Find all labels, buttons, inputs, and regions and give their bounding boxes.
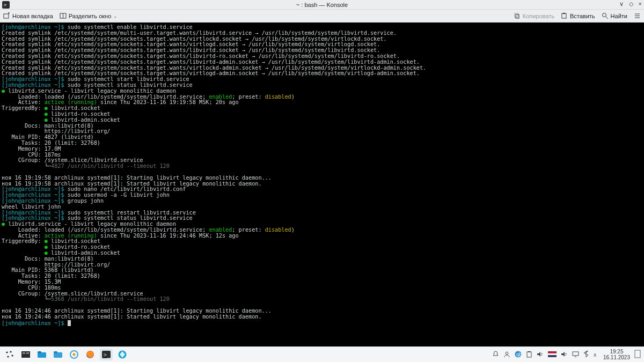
svg-line-10 xyxy=(606,17,608,19)
svg-rect-22 xyxy=(38,351,41,353)
svg-rect-20 xyxy=(26,352,29,354)
maximize-button[interactable]: ◇ xyxy=(629,1,633,8)
search-icon xyxy=(602,12,609,19)
svg-point-26 xyxy=(73,353,76,356)
menu-icon xyxy=(634,12,641,19)
keyboard-layout-icon[interactable] xyxy=(548,351,557,358)
filemanager-button[interactable] xyxy=(35,349,48,360)
copy-icon xyxy=(514,12,521,19)
hamburger-button[interactable] xyxy=(634,12,641,19)
svg-rect-24 xyxy=(54,351,57,353)
notification-icon[interactable] xyxy=(492,351,499,359)
svg-rect-40 xyxy=(635,350,640,358)
konsole-task-button[interactable]: >_ xyxy=(100,349,113,360)
new-tab-label: Новая вкладка xyxy=(12,13,53,19)
bluetooth-icon[interactable] xyxy=(583,350,589,359)
clipboard-icon[interactable] xyxy=(526,351,532,359)
svg-rect-6 xyxy=(516,14,519,18)
user-icon[interactable] xyxy=(503,351,510,359)
svg-point-16 xyxy=(11,354,13,356)
dolphin-button[interactable] xyxy=(52,349,64,360)
split-label: Разделить окно xyxy=(69,13,111,19)
taskbar-clock[interactable]: 19:25 16.11.2023 xyxy=(603,349,630,360)
volume-icon[interactable] xyxy=(537,351,544,359)
svg-marker-36 xyxy=(537,352,540,357)
clock-time: 19:25 xyxy=(603,349,630,354)
toolbar: Новая вкладка Разделить окно ⌄ Копироват… xyxy=(0,10,644,23)
tray-chevron-icon[interactable]: ∧ xyxy=(593,352,597,358)
svg-marker-37 xyxy=(561,352,565,357)
svg-text:>: > xyxy=(4,2,7,8)
terminal-view[interactable]: [john@archlinux ~]$ sudo systemctl enabl… xyxy=(0,23,644,346)
find-button[interactable]: Найти xyxy=(602,12,627,19)
split-icon xyxy=(60,12,67,19)
svg-point-14 xyxy=(6,351,8,353)
task-view-button[interactable] xyxy=(19,349,32,360)
paste-button[interactable]: Вставить xyxy=(561,12,595,19)
taskbar: >_ qb ∧ 19:25 16.11.2023 xyxy=(0,346,644,362)
window-controls: ∨ ◇ × xyxy=(619,1,642,8)
qb-tray-icon[interactable]: qb xyxy=(515,351,522,359)
svg-point-9 xyxy=(602,13,606,17)
find-label: Найти xyxy=(611,13,627,19)
svg-rect-38 xyxy=(573,352,579,356)
svg-text:qb: qb xyxy=(516,352,522,357)
konsole-icon: > xyxy=(2,1,10,9)
svg-point-17 xyxy=(7,356,9,357)
display-icon[interactable] xyxy=(572,351,579,359)
chevron-down-icon: ⌄ xyxy=(113,13,118,19)
svg-rect-8 xyxy=(563,13,565,14)
app-launcher-button[interactable] xyxy=(3,349,16,360)
minimize-button[interactable]: ∨ xyxy=(619,1,624,8)
split-button[interactable]: Разделить окно ⌄ xyxy=(60,12,118,19)
system-tray: qb ∧ 19:25 16.11.2023 xyxy=(492,349,641,360)
paste-label: Вставить xyxy=(570,13,595,19)
prompt: [john@archlinux ~]$ xyxy=(2,24,68,30)
copy-button[interactable]: Копировать xyxy=(514,12,554,19)
svg-text:>_: >_ xyxy=(104,352,111,358)
svg-rect-7 xyxy=(562,13,566,18)
svg-point-31 xyxy=(506,352,508,354)
chakra-button[interactable] xyxy=(68,349,80,360)
paste-icon xyxy=(561,12,568,19)
copy-label: Копировать xyxy=(523,13,554,19)
window-title: ~ : bash — Konsole xyxy=(0,2,644,8)
close-button[interactable]: × xyxy=(639,1,642,8)
kate-button[interactable] xyxy=(116,349,129,360)
new-tab-button[interactable]: Новая вкладка xyxy=(3,12,53,19)
svg-rect-18 xyxy=(21,351,30,358)
volume2-icon[interactable] xyxy=(561,351,568,359)
svg-rect-5 xyxy=(515,13,518,17)
firefox-button[interactable] xyxy=(84,349,97,360)
svg-rect-35 xyxy=(528,351,530,352)
svg-rect-34 xyxy=(527,352,531,357)
titlebar: > ~ : bash — Konsole ∨ ◇ × xyxy=(0,0,644,10)
show-desktop-button[interactable] xyxy=(634,349,641,360)
new-tab-icon xyxy=(3,12,10,19)
terminal-cursor xyxy=(68,320,71,326)
svg-point-15 xyxy=(10,351,11,352)
svg-rect-2 xyxy=(4,14,9,18)
svg-rect-19 xyxy=(23,352,25,354)
clock-date: 16.11.2023 xyxy=(603,354,630,360)
